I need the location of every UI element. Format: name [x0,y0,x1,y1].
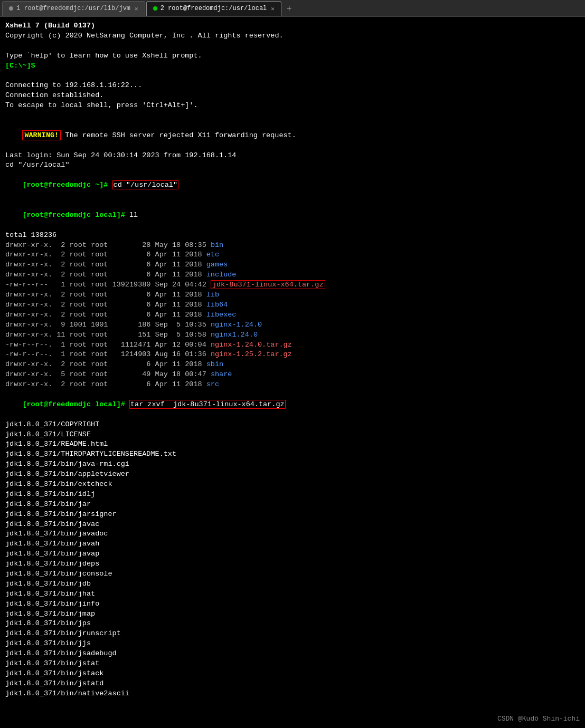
last-login-line: Last login: Sun Sep 24 00:30:14 2023 fro… [5,151,580,161]
tab1-label: 1 root@freedomdjc:/usr/lib/jvm [16,5,130,12]
tar-line: jdk1.8.0_371/LICENSE [5,430,580,440]
tab-1[interactable]: 1 root@freedomdjc:/usr/lib/jvm ✕ [2,1,145,16]
ls-row: -rw-r--r-- 1 root root 139219380 Sep 24 … [5,280,580,290]
new-tab-button[interactable]: + [282,4,296,13]
ls-row: drwxr-xr-x. 2 root root 28 May 18 08:35 … [5,241,580,251]
tar-line: jdk1.8.0_371/bin/jdeps [5,559,580,569]
ls-row: drwxr-xr-x. 2 root root 6 Apr 11 2018 sb… [5,360,580,370]
ls-output: drwxr-xr-x. 2 root root 28 May 18 08:35 … [5,241,580,390]
escape: To escape to local shell, press 'Ctrl+Al… [5,101,580,111]
tar-line: jdk1.8.0_371/README.html [5,439,580,449]
total-line: total 138236 [5,231,580,241]
tar-output: jdk1.8.0_371/COPYRIGHTjdk1.8.0_371/LICEN… [5,420,580,699]
ls-row: drwxr-xr-x. 11 root root 151 Sep 5 10:58… [5,330,580,340]
prompt-ll-line: [root@freedomdjc local]# ll [5,200,580,231]
tar-line: jdk1.8.0_371/bin/jstatd [5,679,580,689]
tar-line: jdk1.8.0_371/bin/appletviewer [5,470,580,480]
ls-row: drwxr-xr-x. 2 root root 6 Apr 11 2018 ga… [5,260,580,270]
tar-line: jdk1.8.0_371/bin/jinfo [5,599,580,609]
tar-line: jdk1.8.0_371/bin/javadoc [5,529,580,539]
ls-row: drwxr-xr-x. 2 root root 6 Apr 11 2018 li… [5,290,580,300]
connecting: Connecting to 192.168.1.16:22... [5,81,580,91]
tar-line: jdk1.8.0_371/bin/jdb [5,579,580,589]
blank-3 [5,111,580,121]
prompt1: [root@freedomdjc ~]# [22,181,112,189]
header-line-0: Xshell 7 (Build 0137) [5,21,580,31]
tar-line: jdk1.8.0_371/THIRDPARTYLICENSEREADME.txt [5,449,580,459]
local-prompt: [C:\~]$ [5,61,580,71]
warning-text: The remote SSH server rejected X11 forwa… [61,131,296,139]
ls-row: drwxr-xr-x. 2 root root 6 Apr 11 2018 et… [5,250,580,260]
tar-line: jdk1.8.0_371/bin/jjs [5,639,580,649]
ll-command: ll [129,211,138,219]
ls-row: drwxr-xr-x. 2 root root 6 Apr 11 2018 sr… [5,380,580,390]
prompt2: [root@freedomdjc local]# [22,211,129,219]
ls-row: drwxr-xr-x. 2 root root 6 Apr 11 2018 li… [5,300,580,310]
tar-line: jdk1.8.0_371/bin/jar [5,500,580,510]
tab1-dot [9,6,13,11]
tar-line: jdk1.8.0_371/bin/jarsigner [5,510,580,520]
tab2-close[interactable]: ✕ [271,5,275,12]
tar-command: tar zxvf jdk-8u371-linux-x64.tar.gz [129,400,286,409]
tar-line: jdk1.8.0_371/bin/jstat [5,659,580,669]
ls-row: drwxr-xr-x. 2 root root 6 Apr 11 2018 li… [5,310,580,320]
ls-row: drwxr-xr-x. 9 1001 1001 186 Sep 5 10:35 … [5,320,580,330]
established: Connection established. [5,91,580,101]
tar-line: jdk1.8.0_371/bin/javah [5,539,580,549]
warning-line: WARNING! The remote SSH server rejected … [5,121,580,151]
prompt-tar-line: [root@freedomdjc local]# tar zxvf jdk-8u… [5,390,580,420]
tar-line: jdk1.8.0_371/COPYRIGHT [5,420,580,430]
tar-line: jdk1.8.0_371/bin/jps [5,619,580,629]
cd-echo-line: cd "/usr/local" [5,160,580,170]
tar-line: jdk1.8.0_371/bin/jrunscript [5,629,580,639]
ls-row: -rw-r--r--. 1 root root 1214903 Aug 16 0… [5,350,580,360]
cd-command: cd "/usr/local" [112,180,179,189]
tar-line: jdk1.8.0_371/bin/native2ascii [5,689,580,699]
header-line-1: Copyright (c) 2020 NetSarang Computer, I… [5,31,580,41]
tar-line: jdk1.8.0_371/bin/jstack [5,669,580,679]
prompt-cd-line: [root@freedomdjc ~]# cd "/usr/local" [5,170,580,200]
tar-line: jdk1.8.0_371/bin/javap [5,549,580,559]
tab1-close[interactable]: ✕ [135,5,138,12]
watermark: CSDN @Kudō Shin-ichi [497,715,580,723]
tar-line: jdk1.8.0_371/bin/jsadebugd [5,649,580,659]
tab-bar: 1 root@freedomdjc:/usr/lib/jvm ✕ 2 root@… [0,0,585,17]
ls-row: drwxr-xr-x. 5 root root 49 May 18 00:47 … [5,370,580,380]
prompt3: [root@freedomdjc local]# [22,400,129,408]
tar-line: jdk1.8.0_371/bin/jmap [5,609,580,619]
header-line-3: Type `help' to learn how to use Xshell p… [5,51,580,61]
warning-badge: WARNING! [22,130,61,140]
tar-line: jdk1.8.0_371/bin/extcheck [5,480,580,490]
blank-2 [5,71,580,81]
tab-2[interactable]: 2 root@freedomdjc:/usr/local ✕ [146,1,281,16]
ls-row: drwxr-xr-x. 2 root root 6 Apr 11 2018 in… [5,270,580,280]
tar-line: jdk1.8.0_371/bin/java-rmi.cgi [5,459,580,470]
tab2-label: 2 root@freedomdjc:/usr/local [161,5,267,12]
tar-line: jdk1.8.0_371/bin/jconsole [5,569,580,579]
tar-line: jdk1.8.0_371/bin/idlj [5,490,580,500]
tab2-dot [153,6,157,11]
tar-line: jdk1.8.0_371/bin/javac [5,520,580,530]
ls-row: -rw-r--r--. 1 root root 1112471 Apr 12 0… [5,340,580,350]
tar-line: jdk1.8.0_371/bin/jhat [5,589,580,599]
header-blank-1 [5,41,580,51]
terminal: Xshell 7 (Build 0137) Copyright (c) 2020… [0,17,585,728]
